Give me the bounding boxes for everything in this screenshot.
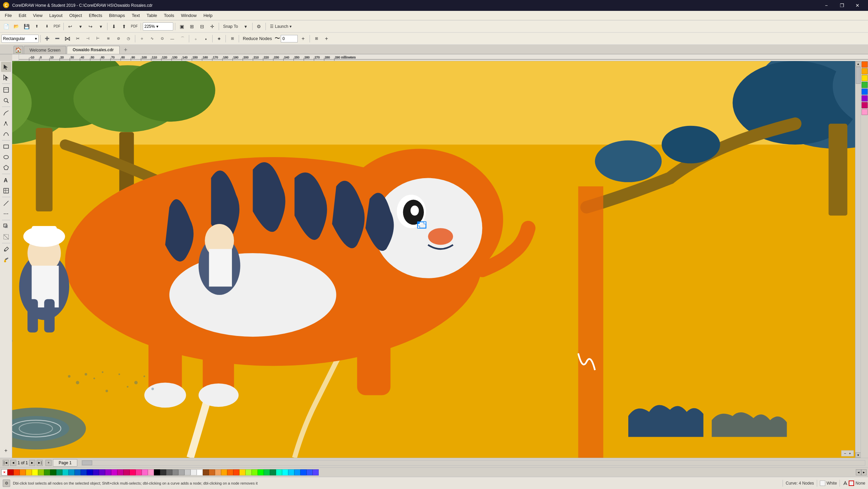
- paint-bucket-btn[interactable]: [1, 255, 11, 265]
- palette-swatch[interactable]: [264, 469, 270, 475]
- menu-window[interactable]: Window: [178, 12, 200, 19]
- pdf-btn[interactable]: PDF: [130, 22, 139, 31]
- transparency-tool-btn[interactable]: [1, 232, 11, 242]
- palette-swatch[interactable]: [105, 469, 111, 475]
- palette-swatch[interactable]: [313, 469, 319, 475]
- add-node-btn[interactable]: ➕: [42, 34, 52, 43]
- up-arrow-btn[interactable]: ⬆: [119, 22, 129, 31]
- palette-swatch[interactable]: [276, 469, 282, 475]
- rect-tool-btn[interactable]: [1, 142, 11, 152]
- palette-swatch[interactable]: [20, 469, 26, 475]
- new-button[interactable]: 📄: [1, 22, 11, 31]
- menu-edit[interactable]: Edit: [15, 12, 29, 19]
- settings-btn[interactable]: ⚙: [254, 22, 264, 31]
- table-tool-btn[interactable]: [1, 186, 11, 196]
- restore-button[interactable]: ❐: [834, 0, 850, 11]
- color-band-item[interactable]: [862, 109, 868, 115]
- color-band-item[interactable]: [862, 102, 868, 108]
- color-band-item[interactable]: [862, 61, 868, 68]
- publish-pdf-button[interactable]: PDF: [52, 22, 62, 31]
- palette-swatch[interactable]: [56, 469, 62, 475]
- scroll-down-btn[interactable]: ▼: [855, 452, 861, 458]
- zoom-in-btn[interactable]: +: [848, 451, 852, 455]
- tab-welcome[interactable]: Welcome Screen: [24, 46, 66, 54]
- palette-swatch[interactable]: [300, 469, 307, 475]
- palette-swatch[interactable]: [7, 469, 14, 475]
- connector-tool-btn[interactable]: [1, 209, 11, 219]
- palette-swatch[interactable]: [87, 469, 93, 475]
- node-btn7[interactable]: ≋: [103, 34, 113, 43]
- palette-swatch[interactable]: [209, 469, 215, 475]
- palette-swatch[interactable]: [32, 469, 38, 475]
- palette-swatch[interactable]: [239, 469, 245, 475]
- fill-swatch[interactable]: [820, 481, 825, 486]
- snap-to-btn[interactable]: Snap To: [221, 22, 240, 31]
- launch-btn[interactable]: ☰ Launch ▾: [268, 22, 294, 31]
- palette-swatch[interactable]: [288, 469, 294, 475]
- save-button[interactable]: 💾: [22, 22, 31, 31]
- menu-view[interactable]: View: [29, 12, 46, 19]
- menu-text[interactable]: Text: [128, 12, 143, 19]
- minimize-button[interactable]: −: [818, 0, 834, 11]
- palette-swatch[interactable]: [117, 469, 123, 475]
- delete-node-btn[interactable]: ➖: [53, 34, 62, 43]
- palette-swatch[interactable]: [191, 469, 197, 475]
- undo-dropdown[interactable]: ▾: [76, 22, 85, 31]
- shape-selector[interactable]: Rectangular ▾: [1, 35, 39, 43]
- menu-file[interactable]: File: [1, 12, 15, 19]
- crop-tool-btn[interactable]: [1, 85, 11, 95]
- palette-swatch[interactable]: [44, 469, 50, 475]
- view-btn2[interactable]: ⊞: [187, 22, 197, 31]
- palette-swatch[interactable]: [294, 469, 300, 475]
- add-page-btn[interactable]: +: [45, 460, 52, 466]
- extra-btn[interactable]: +: [322, 34, 331, 43]
- node-smooth-btn[interactable]: ∿: [147, 34, 157, 43]
- palette-swatch[interactable]: [111, 469, 117, 475]
- h-scroll-thumb[interactable]: [82, 460, 92, 465]
- menu-bitmaps[interactable]: Bitmaps: [105, 12, 128, 19]
- color-band-item[interactable]: [862, 68, 868, 74]
- snap-settings-btn[interactable]: ⚙: [3, 479, 10, 487]
- node-btn9[interactable]: ◷: [124, 34, 133, 43]
- palette-swatch[interactable]: [123, 469, 130, 475]
- join-nodes-btn[interactable]: ⋈: [63, 34, 72, 43]
- eyedropper-tool-btn[interactable]: [1, 244, 11, 255]
- undo-button[interactable]: ↩: [65, 22, 75, 31]
- scroll-thumb[interactable]: [856, 67, 861, 84]
- polygon-tool-btn[interactable]: [1, 163, 11, 173]
- node-btn5[interactable]: ⊣: [83, 34, 93, 43]
- palette-swatch[interactable]: [221, 469, 227, 475]
- first-page-btn[interactable]: |◄: [3, 460, 9, 466]
- menu-object[interactable]: Object: [66, 12, 85, 19]
- color-band-item[interactable]: [862, 95, 868, 101]
- tab-home[interactable]: 🏠: [14, 46, 23, 54]
- menu-tools[interactable]: Tools: [160, 12, 177, 19]
- palette-swatch[interactable]: [215, 469, 221, 475]
- next-page-btn[interactable]: ►: [29, 460, 35, 466]
- palette-swatch[interactable]: [136, 469, 142, 475]
- import-button[interactable]: ⬆: [32, 22, 41, 31]
- add-tab-button[interactable]: +: [122, 46, 130, 54]
- palette-swatch[interactable]: [62, 469, 68, 475]
- color-band-item[interactable]: [862, 75, 868, 81]
- line-tool-btn[interactable]: [1, 198, 11, 208]
- palette-swatch[interactable]: [14, 469, 20, 475]
- node-tool-btn[interactable]: [1, 72, 11, 82]
- node-btn8[interactable]: ⊘: [114, 34, 123, 43]
- palette-swatch[interactable]: [81, 469, 87, 475]
- node-curve-btn[interactable]: ⌒: [178, 34, 187, 43]
- export-button[interactable]: ⬇: [42, 22, 52, 31]
- pen-tool-btn[interactable]: [1, 118, 11, 129]
- palette-swatch[interactable]: [130, 469, 136, 475]
- select-all-nodes-btn[interactable]: ⊞: [228, 34, 237, 43]
- outline-swatch[interactable]: [849, 481, 854, 486]
- palette-swatch[interactable]: [148, 469, 154, 475]
- palette-swatch[interactable]: [38, 469, 44, 475]
- node-symm-btn[interactable]: ⊙: [157, 34, 167, 43]
- palette-swatch[interactable]: [50, 469, 56, 475]
- drop-shadow-tool-btn[interactable]: [1, 221, 11, 231]
- palette-swatch[interactable]: [282, 469, 288, 475]
- palette-scroll-left[interactable]: ◄: [856, 469, 861, 475]
- palette-swatch[interactable]: [184, 469, 191, 475]
- reduce-nodes-plus[interactable]: +: [298, 34, 308, 43]
